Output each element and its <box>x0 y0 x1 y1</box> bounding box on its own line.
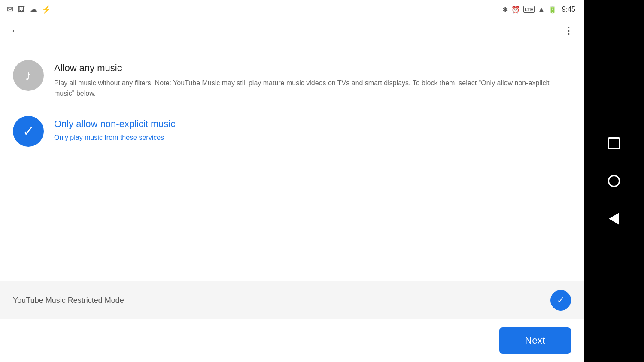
allow-any-music-title: Allow any music <box>54 63 571 74</box>
status-bar: ✉ 🖼 ☁ ⚡ ✱ ⏰ LTE ▲ 🔋 9:45 <box>0 0 584 19</box>
nav-home-icon[interactable] <box>608 175 620 187</box>
back-arrow-icon: ← <box>11 25 20 36</box>
non-explicit-music-subtitle: Only play music from these services <box>54 134 571 142</box>
lte-badge: LTE <box>523 6 535 13</box>
nav-back-icon[interactable] <box>609 213 619 225</box>
bluetooth-icon: ✱ <box>502 6 508 14</box>
non-explicit-music-option[interactable]: ✓ Only allow non-explicit music Only pla… <box>13 107 571 155</box>
restricted-mode-toggle[interactable]: ✓ <box>550 290 571 311</box>
notification-icons: ✉ 🖼 ☁ ⚡ <box>7 5 499 14</box>
check-icon-circle: ✓ <box>13 116 44 147</box>
nav-stop-icon[interactable] <box>608 137 620 149</box>
allow-any-music-text: Allow any music Play all music without a… <box>54 60 571 99</box>
allow-any-music-description: Play all music without any filters. Note… <box>54 78 571 99</box>
music-icon-circle: ♪ <box>13 60 44 91</box>
signal-icon: ▲ <box>538 6 545 13</box>
bottom-action-bar: Next <box>0 319 584 362</box>
phone-screen: ✉ 🖼 ☁ ⚡ ✱ ⏰ LTE ▲ 🔋 9:45 ← ⋮ ♪ <box>0 0 584 362</box>
music-note-icon: ♪ <box>25 68 32 84</box>
more-menu-button[interactable]: ⋮ <box>560 22 577 39</box>
bolt-icon: ⚡ <box>42 5 51 14</box>
checkmark-icon: ✓ <box>23 123 34 139</box>
cloud-icon: ☁ <box>30 5 37 14</box>
non-explicit-music-text: Only allow non-explicit music Only play … <box>54 116 571 142</box>
toggle-checkmark-icon: ✓ <box>557 295 565 306</box>
toolbar: ← ⋮ <box>0 19 584 43</box>
restricted-mode-label: YouTube Music Restricted Mode <box>13 296 124 305</box>
email-icon: ✉ <box>7 5 13 14</box>
battery-icon: 🔋 <box>548 6 557 14</box>
back-button[interactable]: ← <box>7 22 24 39</box>
photo-icon: 🖼 <box>18 5 25 14</box>
alarm-icon: ⏰ <box>511 6 520 14</box>
time-display: 9:45 <box>562 6 575 13</box>
non-explicit-music-title: Only allow non-explicit music <box>54 118 571 130</box>
allow-any-music-option[interactable]: ♪ Allow any music Play all music without… <box>13 51 571 107</box>
content-area: ♪ Allow any music Play all music without… <box>0 43 584 281</box>
nav-sidebar <box>584 0 644 362</box>
status-bar-right: ✱ ⏰ LTE ▲ 🔋 9:45 <box>502 6 575 14</box>
restricted-mode-setting-row: YouTube Music Restricted Mode ✓ <box>0 281 584 319</box>
more-dots-icon: ⋮ <box>564 26 573 36</box>
next-button[interactable]: Next <box>499 327 571 354</box>
